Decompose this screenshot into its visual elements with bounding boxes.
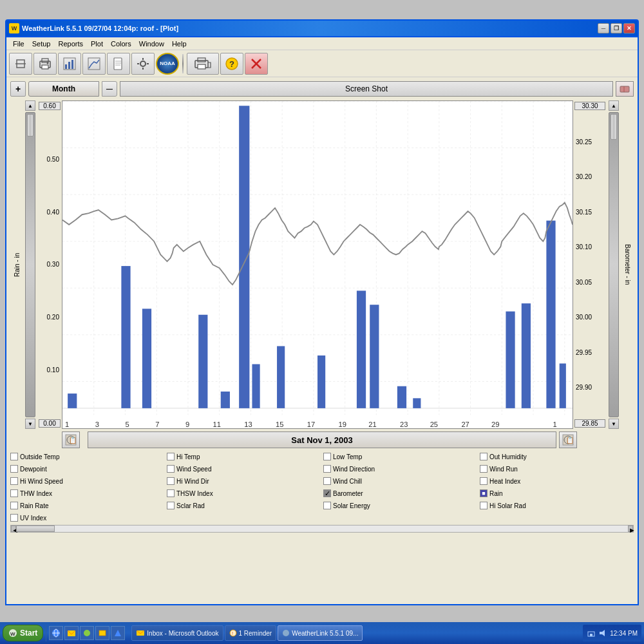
prev-date-button[interactable]: 📋 (62, 431, 80, 448)
toolbar-graph2-btn[interactable] (82, 53, 106, 75)
scroll-right-button[interactable]: ► (628, 526, 633, 532)
svg-rect-27 (620, 86, 629, 92)
window-controls: ─ ❐ ✕ (598, 23, 635, 33)
legend-checkbox-uv-index[interactable] (10, 514, 18, 522)
svg-text:17: 17 (307, 421, 315, 428)
quicklaunch-4[interactable] (95, 626, 109, 640)
svg-rect-55 (121, 266, 130, 408)
date-display: Sat Nov 1, 2003 (88, 431, 556, 448)
svg-rect-100 (99, 630, 106, 636)
legend-area: Outside Temp Hi Temp Low Temp Out Humidi… (10, 451, 634, 524)
toolbar-settings-btn[interactable] (131, 53, 155, 75)
period-button[interactable]: Month (28, 81, 99, 97)
svg-text:23: 23 (400, 421, 408, 428)
menu-window[interactable]: Window (135, 39, 168, 49)
scroll-thumb[interactable] (16, 526, 55, 532)
legend-checkbox-thw-index[interactable] (10, 489, 18, 497)
legend-checkbox-dewpoint[interactable] (10, 465, 18, 473)
eraser-button[interactable] (616, 81, 634, 97)
svg-rect-62 (317, 355, 325, 408)
taskbar-separator (46, 625, 46, 641)
svg-rect-61 (277, 346, 285, 408)
restore-button[interactable]: ❐ (611, 23, 622, 33)
svg-text:📋: 📋 (566, 436, 574, 444)
svg-point-15 (140, 61, 146, 66)
right-scroll-down-button[interactable]: ▼ (609, 419, 619, 429)
toolbar-close-btn[interactable] (245, 53, 268, 75)
svg-text:15: 15 (276, 421, 283, 428)
toolbar-doc-btn[interactable] (107, 53, 130, 75)
minimize-button[interactable]: ─ (598, 23, 609, 33)
toolbar-print-btn[interactable] (33, 53, 57, 75)
legend-checkbox-wind-run[interactable] (480, 465, 488, 473)
legend-checkbox-solar-energy[interactable] (323, 502, 331, 509)
right-scroll-up-button[interactable]: ▲ (609, 100, 619, 111)
legend-label-wind-run: Wind Run (489, 466, 518, 473)
legend-checkbox-hi-wind-speed[interactable] (10, 477, 18, 485)
next-date-button[interactable]: 📋 (559, 431, 577, 448)
legend-checkbox-out-humidity[interactable] (480, 453, 488, 460)
legend-checkbox-thsw-index[interactable] (167, 489, 175, 497)
quicklaunch-ie[interactable] (49, 626, 63, 640)
close-button[interactable]: ✕ (623, 23, 635, 33)
app-icon: W (9, 23, 19, 33)
title-bar: W WeatherLink 5.5.1 09/27/04 12:04p: roo… (6, 21, 638, 36)
legend-barometer: ✓ Barometer (323, 488, 477, 499)
legend-checkbox-wind-direction[interactable] (323, 465, 331, 473)
legend-checkbox-hi-solar-rad[interactable] (480, 502, 488, 509)
scroll-down-button[interactable]: ▼ (25, 419, 35, 429)
quicklaunch-outlook[interactable] (64, 626, 79, 640)
legend-checkbox-hi-wind-dir[interactable] (167, 477, 175, 485)
scroll-left-button[interactable]: ◄ (11, 526, 16, 532)
toolbar-print2-btn[interactable] (187, 53, 219, 75)
legend-label-thw-index: THW Index (20, 490, 52, 497)
legend-label-thsw-index: THSW Index (176, 490, 213, 497)
chart-plot: 1 3 5 7 9 11 13 15 17 19 21 23 25 27 29 … (62, 100, 573, 429)
left-scrollbar[interactable]: ▲ ▼ (24, 100, 36, 429)
left-axis-label: Rain - in (10, 100, 23, 429)
zoom-out-button[interactable]: ─ (102, 81, 117, 97)
legend-label-barometer: Barometer (333, 490, 363, 497)
svg-text:21: 21 (368, 421, 376, 428)
legend-wind-run: Wind Run (480, 463, 634, 475)
toolbar-graph1-btn[interactable] (58, 53, 81, 75)
svg-rect-11 (114, 58, 122, 70)
menu-help[interactable]: Help (168, 39, 191, 49)
left-axis-values: 0.60 0.50 0.40 0.30 0.20 0.10 0.00 (37, 100, 62, 429)
legend-hi-temp: Hi Temp (167, 451, 321, 462)
taskbar-weatherlink[interactable]: WeatherLink 5.5.1 09... (278, 625, 363, 641)
legend-label-out-humidity: Out Humidity (489, 453, 527, 460)
svg-point-99 (84, 630, 90, 636)
svg-text:11: 11 (213, 421, 221, 428)
menu-file[interactable]: File (9, 39, 28, 49)
legend-checkbox-wind-chill[interactable] (323, 477, 331, 485)
menu-plot[interactable]: Plot (87, 39, 107, 49)
taskbar-reminder[interactable]: ! 1 Reminder (225, 625, 277, 641)
right-scrollbar[interactable]: ▲ ▼ (608, 100, 620, 429)
legend-checkbox-low-temp[interactable] (323, 453, 331, 460)
horizontal-scrollbar[interactable]: ◄ ► (10, 525, 634, 533)
nav-row: + Month ─ Screen Shot (10, 80, 634, 98)
quicklaunch-5[interactable] (111, 626, 125, 640)
legend-checkbox-rain[interactable]: ■ (480, 489, 488, 497)
legend-label-uv-index: UV Index (20, 515, 46, 522)
legend-checkbox-barometer[interactable]: ✓ (323, 489, 331, 497)
legend-checkbox-wind-speed[interactable] (167, 465, 175, 473)
legend-checkbox-heat-index[interactable] (480, 477, 488, 485)
legend-checkbox-solar-rad[interactable] (167, 502, 175, 509)
svg-rect-10 (88, 58, 100, 70)
legend-checkbox-rain-rate[interactable] (10, 502, 18, 509)
toolbar-arrow-btn[interactable] (9, 53, 32, 75)
legend-checkbox-outside-temp[interactable] (10, 453, 18, 460)
zoom-in-button[interactable]: + (10, 81, 26, 97)
start-button[interactable]: W Start (3, 625, 43, 641)
menu-colors[interactable]: Colors (107, 39, 135, 49)
svg-rect-66 (413, 398, 421, 408)
menu-setup[interactable]: Setup (28, 39, 55, 49)
scroll-up-button[interactable]: ▲ (25, 100, 35, 111)
menu-reports[interactable]: Reports (54, 39, 87, 49)
toolbar-help-btn[interactable]: ? (220, 53, 243, 75)
taskbar-outlook[interactable]: Inbox - Microsoft Outlook (131, 625, 223, 641)
legend-checkbox-hi-temp[interactable] (167, 453, 175, 460)
quicklaunch-3[interactable] (80, 626, 94, 640)
